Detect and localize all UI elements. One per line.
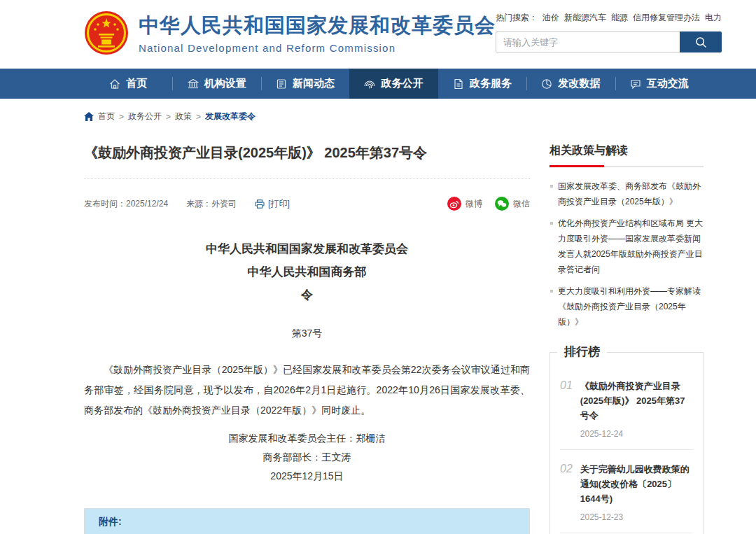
nav-item-label: 发改数据 — [558, 77, 600, 90]
hot-search-label: 热门搜索： — [496, 13, 538, 22]
search-icon — [695, 36, 707, 48]
ranking-item: 01《鼓励外商投资产业目录(2025年版)》 2025年第37号令2025-12… — [560, 367, 693, 449]
nav-item-org[interactable]: 机构设置 — [172, 69, 260, 99]
nav-item-label: 新闻动态 — [293, 77, 335, 90]
nav-item-label: 互动交流 — [647, 77, 689, 90]
breadcrumb: 首页>政务公开>政策>发展改革委令 — [84, 99, 704, 129]
breadcrumb-link[interactable]: 首页 — [98, 111, 115, 122]
attachments-box: 附件: 《鼓励外商投资产业目录（2025年版）》.pdf《鼓励外商投资产业目录（… — [84, 508, 530, 534]
decree-issuer-line: 令 — [84, 283, 530, 307]
nav-item-data[interactable]: 发改数据 — [526, 69, 615, 99]
ranking-item: 02关于完善幼儿园收费政策的通知(发改价格〔2025〕1644号)2025-12… — [560, 449, 693, 533]
related-policies-title: 相关政策与解读 — [550, 143, 704, 158]
weibo-icon — [447, 197, 461, 211]
service-icon — [453, 78, 464, 90]
nav-item-label: 首页 — [126, 77, 147, 90]
home-icon — [84, 112, 94, 121]
related-title-underline — [550, 166, 704, 167]
search-input[interactable] — [496, 31, 680, 52]
related-policy-link[interactable]: 更大力度吸引和利用外资——专家解读《鼓励外商投资产业目录（2025年版）》 — [550, 283, 704, 330]
ranking-item-date: 2025-12-24 — [580, 429, 693, 439]
decree-body-text: 《鼓励外商投资产业目录（2025年版）》已经国家发展和改革委员会第22次委务会议… — [84, 360, 530, 421]
speech-bubble-icon — [630, 78, 641, 90]
ranking-item-date: 2025-12-23 — [580, 512, 693, 522]
breadcrumb-link[interactable]: 政策 — [175, 111, 192, 122]
breadcrumb-link[interactable]: 政务公开 — [128, 111, 162, 122]
nav-item-home[interactable]: 首页 — [84, 69, 172, 99]
hot-search-term[interactable]: 信用修复管理办法 — [633, 13, 700, 22]
breadcrumb-separator: > — [166, 112, 171, 122]
related-policy-link[interactable]: 国家发展改革委、商务部发布《鼓励外商投资产业目录（2025年版）》 — [550, 178, 704, 209]
ranking-number: 01 — [560, 379, 573, 439]
article-column: 《鼓励外商投资产业目录(2025年版)》 2025年第37号令 发布时间：202… — [84, 129, 530, 534]
site-logo[interactable]: 中华人民共和国国家发展和改革委员会 National Development a… — [84, 10, 496, 55]
pie-chart-icon — [541, 78, 552, 90]
ranking-item-link[interactable]: 《鼓励外商投资产业目录(2025年版)》 2025年第37号令 — [580, 379, 693, 423]
print-button[interactable]: [打印] — [255, 198, 290, 210]
decree-signature: 国家发展和改革委员会主任：郑栅洁商务部部长：王文涛2025年12月15日 — [84, 429, 530, 486]
decree-issuer-line: 中华人民共和国商务部 — [84, 260, 530, 283]
main-nav: 首页机构设置新闻动态政务公开政务服务发改数据互动交流 — [0, 69, 756, 99]
home-icon — [109, 78, 120, 90]
nav-item-label: 政务公开 — [381, 77, 423, 90]
publish-date: 发布时间：2025/12/24 — [84, 198, 168, 210]
national-emblem-icon — [84, 10, 129, 55]
breadcrumb-separator: > — [196, 112, 201, 122]
related-policy-link[interactable]: 优化外商投资产业结构和区域布局 更大力度吸引外资——国家发展改革委新闻发言人就2… — [550, 216, 704, 277]
attachments-label: 附件: — [85, 509, 529, 534]
decree-signature-line: 商务部部长：王文涛 — [84, 448, 530, 467]
ranking-section: 排行榜 01《鼓励外商投资产业目录(2025年版)》 2025年第37号令202… — [550, 352, 704, 534]
nav-item-label: 机构设置 — [204, 77, 246, 90]
institution-icon — [188, 78, 199, 90]
site-header: 中华人民共和国国家发展和改革委员会 National Development a… — [0, 0, 756, 69]
printer-icon — [255, 199, 265, 209]
breadcrumb-current: 发展改革委令 — [205, 111, 255, 122]
hot-search-term[interactable]: 能源 — [611, 13, 628, 22]
decree-number: 第37号 — [84, 328, 530, 340]
ranking-number: 02 — [560, 462, 573, 522]
article-meta: 发布时间：2025/12/24 来源：外资司 [打印] 微博 — [84, 197, 530, 211]
related-policies-section: 相关政策与解读 国家发展改革委、商务部发布《鼓励外商投资产业目录（2025年版）… — [550, 143, 704, 330]
nav-item-disclosure[interactable]: 政务公开 — [349, 69, 438, 99]
page-title: 《鼓励外商投资产业目录(2025年版)》 2025年第37号令 — [84, 143, 530, 162]
hot-search-term[interactable]: 新能源汽车 — [564, 13, 606, 22]
decree-signature-line: 国家发展和改革委员会主任：郑栅洁 — [84, 429, 530, 448]
share-weibo-button[interactable]: 微博 — [447, 197, 482, 211]
site-title-en: National Development and Reform Commissi… — [139, 42, 496, 54]
decree-issuer-heading: 中华人民共和国国家发展和改革委员会中华人民共和国商务部令 — [84, 237, 530, 307]
breadcrumb-separator: > — [119, 112, 124, 122]
decree-issuer-line: 中华人民共和国国家发展和改革委员会 — [84, 237, 530, 260]
share-wechat-button[interactable]: 微信 — [495, 197, 530, 211]
title-separator — [84, 178, 530, 179]
hot-search-bar: 热门搜索：油价新能源汽车能源信用修复管理办法电力 — [496, 12, 722, 24]
nav-item-service[interactable]: 政务服务 — [438, 69, 526, 99]
ranking-item-link[interactable]: 关于完善幼儿园收费政策的通知(发改价格〔2025〕1644号) — [580, 462, 693, 506]
nav-item-news[interactable]: 新闻动态 — [261, 69, 349, 99]
hot-search-term[interactable]: 电力 — [705, 13, 722, 22]
wechat-icon — [495, 197, 509, 211]
search-button[interactable] — [680, 31, 722, 52]
decree-signature-line: 2025年12月15日 — [84, 467, 530, 486]
sidebar: 相关政策与解读 国家发展改革委、商务部发布《鼓励外商投资产业目录（2025年版）… — [550, 129, 704, 534]
nav-item-label: 政务服务 — [470, 77, 512, 90]
ranking-title: 排行榜 — [557, 344, 607, 360]
nav-item-interact[interactable]: 互动交流 — [615, 69, 704, 99]
disclosure-icon — [364, 78, 375, 90]
article-source: 来源：外资司 — [186, 198, 237, 210]
site-title-zh: 中华人民共和国国家发展和改革委员会 — [139, 12, 496, 40]
news-icon — [276, 78, 287, 90]
hot-search-term[interactable]: 油价 — [542, 13, 559, 22]
